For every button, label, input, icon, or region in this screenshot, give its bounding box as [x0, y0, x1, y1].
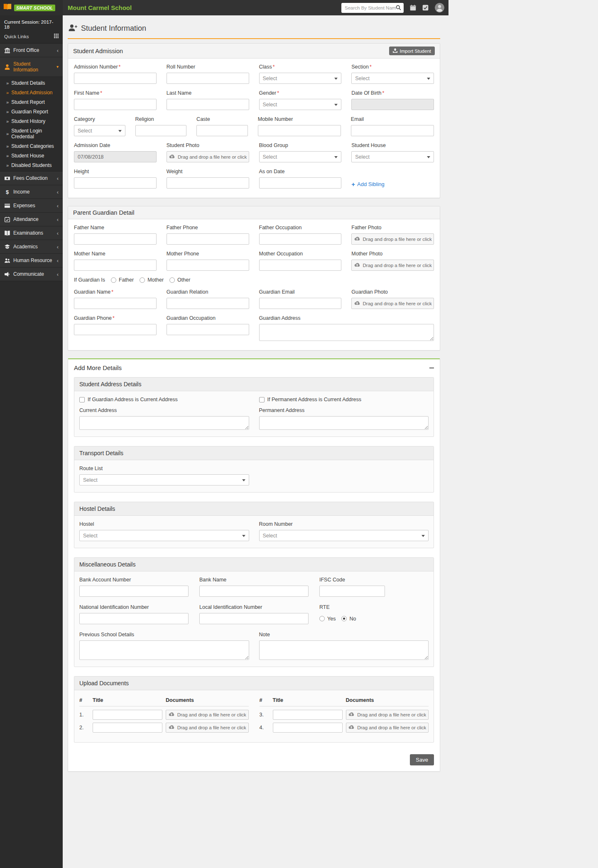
open-book-icon: [4, 230, 10, 236]
mother-phone-input[interactable]: [167, 260, 249, 271]
document-3-dropzone[interactable]: Drag and drop a file here or click: [346, 710, 429, 720]
guardian-phone-input[interactable]: [74, 324, 157, 335]
document-2-dropzone[interactable]: Drag and drop a file here or click: [166, 723, 249, 733]
ifsc-code-input[interactable]: [319, 586, 385, 597]
note-textarea[interactable]: [259, 640, 429, 660]
weight-input[interactable]: [167, 177, 249, 189]
student-photo-dropzone[interactable]: Drag and drop a file here or click: [167, 151, 249, 162]
field-mobile-number: Mobile Number: [258, 116, 341, 136]
collapse-icon[interactable]: [429, 368, 434, 368]
document-4-title-input[interactable]: [273, 723, 343, 733]
previous-school-details-textarea[interactable]: [79, 640, 249, 660]
last-name-input[interactable]: [167, 99, 249, 110]
sidebar-subitem-student-report[interactable]: »Student Report: [0, 97, 63, 107]
father-photo-dropzone[interactable]: Drag and drop a file here or click: [351, 233, 434, 245]
guardian-father-radio[interactable]: [111, 277, 116, 283]
sidebar-subitem-student-login-credential[interactable]: »Student Login Credential: [0, 126, 63, 141]
guardian-relation-input[interactable]: [167, 298, 249, 309]
admission-date-input[interactable]: [74, 151, 157, 162]
document-4-dropzone[interactable]: Drag and drop a file here or click: [346, 723, 429, 733]
hostel-select[interactable]: Select: [79, 530, 249, 541]
section-select[interactable]: Select: [351, 73, 434, 84]
sidebar-item-fees-collection[interactable]: Fees Collection ‹: [0, 172, 63, 185]
current-address-textarea[interactable]: [79, 416, 249, 430]
student-address-details-panel: Student Address Details If Guardian Addr…: [74, 377, 434, 437]
sidebar-item-income[interactable]: $ Income ‹: [0, 185, 63, 199]
calendar-icon[interactable]: [410, 5, 416, 11]
permanent-address-textarea[interactable]: [259, 416, 429, 430]
as-on-date-input[interactable]: [259, 177, 342, 189]
sidebar-subitem-student-house[interactable]: »Student House: [0, 151, 63, 160]
sidebar-item-expenses[interactable]: Expenses ‹: [0, 199, 63, 213]
search-icon[interactable]: [396, 5, 401, 10]
sidebar-item-attendance[interactable]: Attendance ‹: [0, 213, 63, 226]
field-label: First Name*: [74, 90, 157, 96]
guardian-father-radio-label: Father: [119, 277, 134, 283]
email-input[interactable]: [351, 125, 434, 136]
guardian-email-input[interactable]: [259, 298, 342, 309]
sidebar-subitem-student-categories[interactable]: »Student Categories: [0, 141, 63, 151]
local-identification-number-input[interactable]: [199, 613, 309, 624]
bank-name-input[interactable]: [199, 586, 309, 597]
document-3-title-input[interactable]: [273, 710, 343, 720]
sidebar-subitem-guardian-report[interactable]: »Guardian Report: [0, 107, 63, 116]
religion-input[interactable]: [135, 125, 187, 136]
add-sibling-link[interactable]: + Add Sibling: [351, 179, 434, 189]
guardian-other-radio[interactable]: [169, 277, 175, 283]
rte-no-radio[interactable]: [341, 616, 347, 621]
sidebar-item-human-resource[interactable]: Human Resource ‹: [0, 254, 63, 267]
father-name-input[interactable]: [74, 233, 157, 245]
sidebar-item-communicate[interactable]: Communicate ‹: [0, 267, 63, 281]
father-occupation-input[interactable]: [259, 233, 342, 245]
roll-number-input[interactable]: [167, 73, 249, 84]
route-list-select[interactable]: Select: [79, 474, 249, 485]
mother-name-input[interactable]: [74, 260, 157, 271]
task-check-icon[interactable]: [422, 5, 429, 11]
mobile-number-input[interactable]: [258, 125, 341, 136]
gender-select[interactable]: Select: [259, 99, 342, 110]
sidebar-item-academics[interactable]: Academics ‹: [0, 240, 63, 254]
first-name-input[interactable]: [74, 99, 157, 110]
bank-account-number-input[interactable]: [79, 586, 189, 597]
field-label: Mobile Number: [258, 116, 341, 122]
save-button[interactable]: Save: [410, 754, 434, 765]
student-house-select[interactable]: Select: [351, 151, 434, 162]
class-select[interactable]: Select: [259, 73, 342, 84]
sidebar-subitem-disabled-students[interactable]: »Disabled Students: [0, 160, 63, 170]
guardian-mother-radio[interactable]: [140, 277, 145, 283]
national-identification-number-input[interactable]: [79, 613, 189, 624]
guardian-address-checkbox[interactable]: [79, 397, 85, 402]
date-of-birth-input[interactable]: [351, 99, 434, 110]
search-input[interactable]: [345, 5, 396, 10]
sidebar-subitem-student-details[interactable]: »Student Details: [0, 78, 63, 88]
field-label: Mother Phone: [167, 251, 249, 257]
document-1-title-input[interactable]: [93, 710, 162, 720]
caste-input[interactable]: [196, 125, 248, 136]
height-input[interactable]: [74, 177, 157, 189]
sidebar-subitem-student-history[interactable]: »Student History: [0, 116, 63, 126]
guardian-photo-dropzone[interactable]: Drag and drop a file here or click: [351, 298, 434, 309]
rte-yes-radio[interactable]: [319, 616, 325, 621]
guardian-occupation-input[interactable]: [167, 324, 249, 335]
document-1-dropzone[interactable]: Drag and drop a file here or click: [166, 710, 249, 720]
sidebar-subitem-student-admission[interactable]: »Student Admission: [0, 88, 63, 97]
sidebar-item-front-office[interactable]: Front Office ‹: [0, 44, 63, 57]
sidebar-item-examinations[interactable]: Examinations ‹: [0, 226, 63, 240]
mother-photo-dropzone[interactable]: Drag and drop a file here or click: [351, 260, 434, 271]
app-logo[interactable]: SMART SCHOOL: [0, 0, 63, 15]
guardian-name-input[interactable]: [74, 298, 157, 309]
mother-occupation-input[interactable]: [259, 260, 342, 271]
quick-links[interactable]: Quick Links: [0, 31, 63, 43]
sidebar-item-label: Human Resource: [13, 257, 54, 263]
category-select[interactable]: Select: [74, 125, 125, 136]
guardian-address-textarea[interactable]: [259, 324, 434, 341]
sidebar-item-student-information[interactable]: Student Information ▾: [0, 57, 63, 77]
admission-number-input[interactable]: [74, 73, 157, 84]
room-number-select[interactable]: Select: [259, 530, 429, 541]
import-student-button[interactable]: Import Student: [389, 47, 435, 55]
permanent-address-checkbox[interactable]: [259, 397, 265, 402]
blood-group-select[interactable]: Select: [259, 151, 342, 162]
father-phone-input[interactable]: [167, 233, 249, 245]
document-2-title-input[interactable]: [93, 723, 162, 733]
user-avatar[interactable]: [435, 3, 444, 12]
